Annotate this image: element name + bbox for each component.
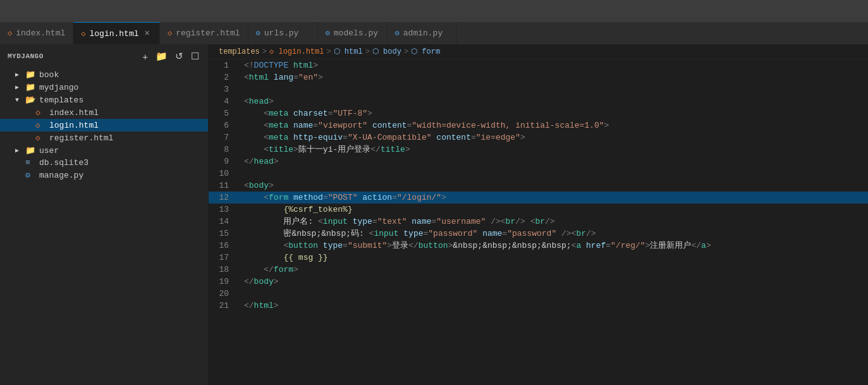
- code-content-17[interactable]: {{ msg }}: [239, 252, 868, 264]
- code-row-10: 10: [209, 168, 868, 180]
- py-tab-icon: ⚙: [256, 28, 260, 38]
- code-content-3[interactable]: [239, 83, 868, 95]
- code-row-2: 2<html lang="en">: [209, 71, 868, 83]
- code-content-7[interactable]: <meta http-equiv="X-UA-Compatible" conte…: [239, 131, 868, 144]
- titlebar: [0, 0, 868, 22]
- tab-models[interactable]: ⚙models.py: [318, 22, 388, 44]
- code-row-4: 4<head>: [209, 95, 868, 107]
- tab-label-models: models.py: [334, 28, 378, 38]
- code-content-18[interactable]: </form>: [239, 264, 868, 276]
- tab-bar: ◇index.html◇login.html×◇register.html⚙ur…: [0, 22, 868, 44]
- tree-item-index.html[interactable]: ◇index.html: [0, 106, 208, 119]
- tree-label-book: book: [39, 70, 59, 80]
- tab-label-login: login.html: [89, 29, 138, 39]
- code-row-7: 7 <meta http-equiv="X-UA-Compatible" con…: [209, 131, 868, 144]
- tree-icon-db.sqlite3: ≡: [25, 158, 37, 168]
- tree-icon-templates: 📂: [25, 95, 37, 105]
- line-number-8: 8: [209, 144, 239, 156]
- code-content-14[interactable]: 用户名: <input type="text" name="username" …: [239, 216, 868, 228]
- tree-item-manage.py[interactable]: ⚙manage.py: [0, 169, 208, 181]
- line-number-9: 9: [209, 156, 239, 168]
- line-number-15: 15: [209, 228, 239, 240]
- code-row-21: 21</html>: [209, 300, 868, 312]
- line-number-12: 12: [209, 192, 239, 204]
- code-row-12: 12 <form method="POST" action="/login/">: [209, 192, 868, 204]
- tree-item-register.html[interactable]: ◇register.html: [0, 131, 208, 144]
- tab-register[interactable]: ◇register.html: [160, 22, 248, 44]
- code-content-5[interactable]: <meta charset="UTF-8">: [239, 107, 868, 119]
- html-tab-icon: ◇: [81, 29, 85, 39]
- line-number-10: 10: [209, 168, 239, 180]
- html-tab-icon: ◇: [168, 28, 172, 38]
- line-number-11: 11: [209, 180, 239, 192]
- main-area: MYDJANGO + 📁 ↺ ☐ ▶📁book▶📁mydjango▼📂templ…: [0, 44, 868, 385]
- breadcrumb-tag: ⬡ html: [334, 47, 363, 56]
- tree-arrow-book: ▶: [15, 71, 25, 78]
- line-number-3: 3: [209, 83, 239, 95]
- tree-icon-register.html: ◇: [35, 133, 47, 143]
- code-content-11[interactable]: <body>: [239, 180, 868, 192]
- breadcrumb-folder: templates: [219, 47, 260, 56]
- breadcrumb-html: ◇ login.html: [269, 47, 324, 56]
- code-row-14: 14 用户名: <input type="text" name="usernam…: [209, 216, 868, 228]
- code-content-12[interactable]: <form method="POST" action="/login/">: [239, 192, 868, 204]
- tree-label-register.html: register.html: [49, 133, 113, 143]
- code-row-15: 15 密&nbsp;&nbsp;码: <input type="password…: [209, 228, 868, 240]
- tree-item-book[interactable]: ▶📁book: [0, 68, 208, 81]
- code-content-13[interactable]: {%csrf_token%}: [239, 204, 868, 216]
- collapse-button[interactable]: ☐: [190, 49, 200, 63]
- code-editor[interactable]: 1<!DOCTYPE html>2<html lang="en">3 4<hea…: [209, 59, 868, 385]
- code-content-8[interactable]: <title>陈十一yi-用户登录</title>: [239, 144, 868, 156]
- code-content-21[interactable]: </html>: [239, 300, 868, 312]
- code-row-3: 3: [209, 83, 868, 95]
- code-content-6[interactable]: <meta name="viewport" content="width=dev…: [239, 119, 868, 131]
- code-content-4[interactable]: <head>: [239, 95, 868, 107]
- line-number-20: 20: [209, 288, 239, 300]
- tree-label-login.html: login.html: [49, 121, 99, 130]
- code-content-20[interactable]: [239, 288, 868, 300]
- file-tree: ▶📁book▶📁mydjango▼📂templates◇index.html◇l…: [0, 68, 208, 181]
- sidebar-actions: + 📁 ↺ ☐: [141, 49, 200, 63]
- tab-admin[interactable]: ⚙admin.py: [388, 22, 457, 44]
- code-row-6: 6 <meta name="viewport" content="width=d…: [209, 119, 868, 131]
- code-content-19[interactable]: </body>: [239, 276, 868, 288]
- tab-label-admin: admin.py: [403, 28, 443, 38]
- tab-close-login[interactable]: ×: [143, 27, 152, 40]
- line-number-14: 14: [209, 216, 239, 228]
- code-content-10[interactable]: [239, 168, 868, 180]
- tree-item-templates[interactable]: ▼📂templates: [0, 94, 208, 106]
- tree-item-login.html[interactable]: ◇login.html: [0, 119, 208, 131]
- code-row-18: 18 </form>: [209, 264, 868, 276]
- code-content-16[interactable]: <button type="submit">登录</button>&nbsp;&…: [239, 240, 868, 252]
- code-content-15[interactable]: 密&nbsp;&nbsp;码: <input type="password" n…: [239, 228, 868, 240]
- tree-item-mydjango[interactable]: ▶📁mydjango: [0, 81, 208, 94]
- line-number-16: 16: [209, 240, 239, 252]
- new-file-button[interactable]: +: [141, 49, 149, 63]
- breadcrumb-tag: ⬡ body: [372, 47, 401, 56]
- tree-label-db.sqlite3: db.sqlite3: [39, 158, 89, 168]
- code-row-17: 17 {{ msg }}: [209, 252, 868, 264]
- new-folder-button[interactable]: 📁: [154, 49, 169, 63]
- tab-login[interactable]: ◇login.html×: [73, 22, 160, 44]
- line-number-2: 2: [209, 71, 239, 83]
- tree-item-db.sqlite3[interactable]: ≡db.sqlite3: [0, 157, 208, 169]
- tree-icon-login.html: ◇: [35, 120, 47, 130]
- tab-urls[interactable]: ⚙urls.py: [248, 22, 318, 44]
- tree-label-manage.py: manage.py: [39, 171, 83, 180]
- line-number-1: 1: [209, 59, 239, 71]
- html-tab-icon: ◇: [8, 28, 12, 38]
- tree-item-user[interactable]: ▶📁user: [0, 144, 208, 157]
- breadcrumb-tag: ⬡ form: [411, 47, 440, 56]
- tree-icon-user: 📁: [25, 145, 37, 156]
- line-number-6: 6: [209, 119, 239, 131]
- py-tab-icon: ⚙: [395, 28, 400, 38]
- tab-label-register: register.html: [176, 28, 240, 38]
- code-content-9[interactable]: </head>: [239, 156, 868, 168]
- refresh-button[interactable]: ↺: [174, 49, 185, 63]
- breadcrumb-sep: >: [404, 47, 408, 56]
- tab-index[interactable]: ◇index.html: [0, 22, 73, 44]
- code-content-1[interactable]: <!DOCTYPE html>: [239, 59, 868, 71]
- code-row-20: 20: [209, 288, 868, 300]
- py-tab-icon: ⚙: [326, 28, 330, 38]
- code-content-2[interactable]: <html lang="en">: [239, 71, 868, 83]
